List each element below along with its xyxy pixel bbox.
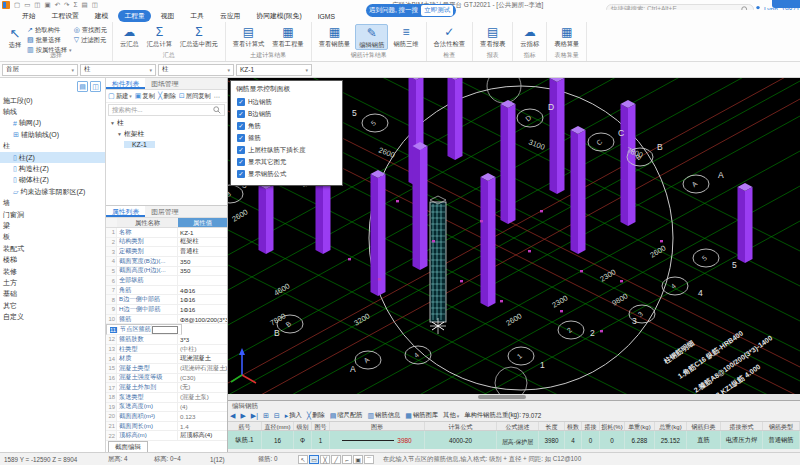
tab-协同建模(限免)[interactable]: 协同建模(限免) [250, 10, 307, 22]
checkbox-checked-icon[interactable]: ✓ [237, 134, 245, 142]
property-row[interactable]: 11节点区箍筋 [106, 324, 182, 335]
property-row[interactable]: 21截面周长(m)1.4 [106, 422, 227, 432]
checkbox-checked-icon[interactable]: ✓ [237, 110, 245, 118]
sidebar-item-墙[interactable]: 墙 [0, 198, 105, 209]
property-row[interactable]: 15混凝土类型(现浇碎石混凝土) [106, 364, 227, 374]
tab-工程量[interactable]: 工程量 [118, 10, 150, 22]
ribbon-button-表格算量[interactable]: ▦表格算量 [551, 24, 582, 48]
draw-tool-icon[interactable]: ↖ [298, 455, 308, 464]
sidebar-item-装修[interactable]: 装修 [0, 266, 105, 277]
checkbox-checked-icon[interactable]: ✓ [237, 170, 245, 178]
property-row[interactable]: 12箍筋肢数3*3 [106, 335, 227, 345]
property-row[interactable]: 7角筋4Φ16 [106, 286, 227, 296]
rebar-toolbar-钢筋信息[interactable]: ▥钢筋信息 [367, 411, 400, 420]
tab-建模[interactable]: 建模 [89, 10, 115, 22]
try-now-button[interactable]: 立即测试 [421, 5, 453, 16]
ribbon-button-合法性检查[interactable]: ✓合法性检查 [431, 24, 468, 48]
tab-工具[interactable]: 工具 [184, 10, 210, 22]
draw-tool-icon[interactable]: ╱ [331, 455, 341, 464]
rebar-option-H边钢筋[interactable]: ✓H边钢筋 [231, 96, 342, 108]
property-row[interactable]: 5截面高度(H边)(...350 [106, 267, 227, 277]
property-row[interactable]: 6全部纵筋 [106, 276, 227, 286]
checkbox-checked-icon[interactable]: ✓ [237, 158, 245, 166]
component-toolbar-新建[interactable]: ▢新建▾ [108, 92, 132, 101]
ribbon-button-选择[interactable]: ↖选择 [3, 24, 27, 50]
rebar-toolbar-插入[interactable]: ▸插入 [285, 411, 302, 420]
draw-tool-icon[interactable]: ⌒ [364, 455, 374, 464]
notification-badge[interactable] [772, 0, 800, 8]
draw-tool-icon[interactable]: ╳ [320, 455, 330, 464]
property-row[interactable]: 14材质现浇混凝土 [106, 354, 227, 364]
property-row[interactable]: 8B边一侧中部筋1Φ16 [106, 295, 227, 305]
nav-list-view-icon[interactable]: ▤ [77, 81, 88, 92]
sidebar-item-梁[interactable]: 梁 [0, 220, 105, 231]
rebar-option-箍筋[interactable]: ✓箍筋 [231, 132, 342, 144]
rebar-option-显示钢筋公式[interactable]: ✓显示钢筋公式 [231, 168, 342, 180]
sidebar-item-构造柱(Z)[interactable]: ▯构造柱(Z) [0, 163, 105, 174]
sidebar-item-辅助轴线(O)[interactable]: ⊞辅助轴线(O) [0, 129, 105, 140]
property-row[interactable]: 17混凝土外加剂(无) [106, 383, 227, 393]
sidebar-item-基础[interactable]: 基础 [0, 289, 105, 300]
more-button[interactable]: ⋯ [214, 93, 220, 100]
sidebar-item-土方[interactable]: 土方 [0, 277, 105, 288]
sidebar-item-轴线[interactable]: 轴线 [0, 106, 105, 117]
property-row[interactable]: 18泵送类型(混凝土泵) [106, 393, 227, 403]
save-icon[interactable]: ◫ [34, 0, 40, 10]
sidebar-item-砌体柱(Z)[interactable]: ▯砌体柱(Z) [0, 175, 105, 186]
rebar-option-B边钢筋[interactable]: ✓B边钢筋 [231, 108, 342, 120]
property-value-input[interactable] [152, 326, 178, 334]
sidebar-item-柱[interactable]: 柱 [0, 141, 105, 152]
draw-tool-icon[interactable]: ▣ [353, 455, 363, 464]
checkbox-checked-icon[interactable]: ✓ [237, 122, 245, 130]
sidebar-item-楼梯[interactable]: 楼梯 [0, 254, 105, 265]
ribbon-button-拾取构件[interactable]: ↗拾取构件 [27, 25, 72, 35]
ribbon-button-云汇总[interactable]: ☁云汇总 [117, 24, 142, 48]
component-search-input[interactable]: 搜索构件... [108, 104, 225, 116]
ribbon-button-钢筋三维[interactable]: ≡钢筋三维 [390, 24, 421, 48]
sidebar-item-柱(Z)[interactable]: ▯柱(Z) [0, 152, 105, 163]
tab-视图[interactable]: 视图 [155, 10, 181, 22]
nav-grid-view-icon[interactable]: ◫ [90, 81, 101, 92]
view-icon[interactable]: ▤ [82, 0, 88, 10]
sidebar-item-装配式[interactable]: 装配式 [0, 243, 105, 254]
save-as-icon[interactable]: ▣ [44, 0, 50, 10]
rebar-option-上层柱纵筋下插长度[interactable]: ✓上层柱纵筋下插长度 [231, 144, 342, 156]
property-row[interactable]: 1名称KZ-1 [106, 228, 227, 238]
property-row[interactable]: 3定额类别普通柱 [106, 247, 227, 257]
tab-开始[interactable]: 开始 [16, 10, 42, 22]
tab-属性列表[interactable]: 属性列表 [106, 206, 145, 217]
selector-dropdown-0[interactable]: 首层▾ [2, 64, 78, 76]
ribbon-button-汇总计算[interactable]: Σ汇总计算 [144, 24, 175, 48]
tab-图纸管理[interactable]: 图纸管理 [145, 78, 184, 89]
rebar-table-row[interactable]: 纵筋.116Φ139804000-20层高-保护层39804006.28825.… [228, 431, 800, 449]
rebar-nav-icon[interactable]: ⊟ [274, 412, 280, 420]
selector-dropdown-2[interactable]: 柱▾ [158, 64, 234, 76]
property-row[interactable]: 16混凝土强度等级(C30) [106, 374, 227, 384]
component-toolbar-复制[interactable]: ▣复制 [135, 92, 155, 101]
help-pill[interactable]: 遇到问题, 搜一搜 立即测试 [366, 4, 456, 17]
property-row[interactable]: 2结构类别框架柱 [106, 238, 227, 248]
sidebar-item-门窗洞[interactable]: 门窗洞 [0, 209, 105, 220]
sidebar-item-约束边缘非阴影区(Z)[interactable]: ▱约束边缘非阴影区(Z) [0, 186, 105, 197]
ribbon-button-过滤图元[interactable]: ▽过滤图元 [74, 35, 107, 45]
property-value[interactable] [152, 326, 178, 334]
rebar-nav-icon[interactable]: ⊞ [263, 412, 269, 420]
ribbon-button-查看钢筋量[interactable]: ▦查看钢筋量 [316, 24, 353, 48]
sidebar-item-板[interactable]: 板 [0, 232, 105, 243]
rebar-toolbar-删除[interactable]: ╳删除 [307, 411, 325, 420]
ribbon-button-查看工程量[interactable]: ▦查看工程量 [269, 24, 306, 48]
tab-工程设置[interactable]: 工程设置 [46, 10, 85, 22]
open-icon[interactable]: ▭ [24, 0, 30, 10]
component-tree-item-KZ-1[interactable]: KZ-1 [106, 139, 227, 150]
property-row[interactable]: 4截面宽度(B边)(...350 [106, 257, 227, 267]
property-row[interactable]: 20截面面积(m²)0.123 [106, 412, 227, 422]
property-row[interactable]: 10箍筋Φ8@100/200(3*3) [106, 315, 227, 325]
sidebar-item-施工段(0)[interactable]: 施工段(0) [0, 95, 105, 106]
rebar-option-角筋[interactable]: ✓角筋 [231, 120, 342, 132]
ribbon-button-编辑钢筋[interactable]: ✎编辑钢筋 [355, 24, 388, 50]
rebar-nav-icon[interactable]: ▶ [240, 412, 245, 420]
property-row[interactable]: 13柱类型(中柱) [106, 345, 227, 355]
component-tree-item-框架柱[interactable]: ▼框架柱 [106, 128, 227, 139]
rebar-toolbar-钢筋图库[interactable]: ▦钢筋图库 [405, 411, 438, 420]
component-toolbar-层间复制[interactable]: ⊡层间复制 [179, 92, 211, 101]
